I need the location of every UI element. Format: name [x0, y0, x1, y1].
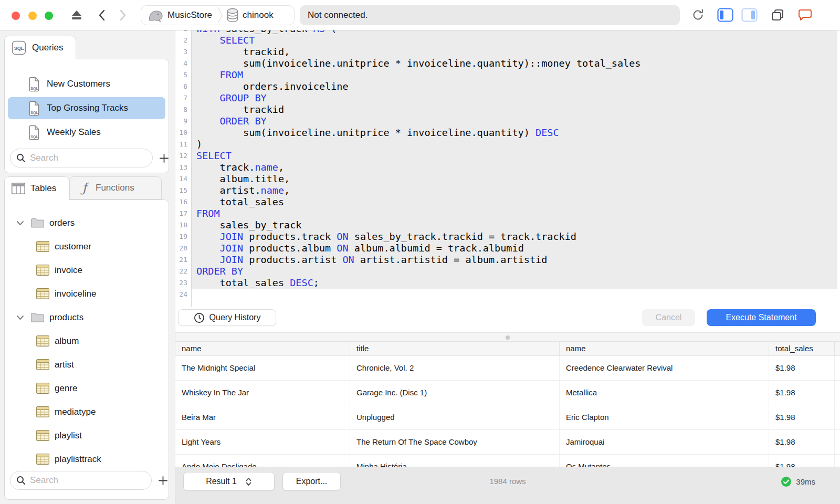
- result-cell[interactable]: Garage Inc. (Disc 1): [350, 381, 560, 405]
- column-header[interactable]: title: [350, 342, 560, 356]
- result-cell[interactable]: The Midnight Special: [175, 356, 350, 381]
- table-row[interactable]: genre: [5, 376, 169, 400]
- code-line[interactable]: 13 track.name,: [175, 162, 840, 173]
- code-line[interactable]: 4 sum(invoiceline.unitprice * invoicelin…: [175, 58, 840, 69]
- table-row[interactable]: album: [5, 329, 169, 353]
- feedback-chat-icon[interactable]: [797, 8, 813, 22]
- code-line[interactable]: 24: [175, 289, 840, 300]
- result-cell[interactable]: Jamiroquai: [560, 430, 769, 455]
- tab-queries[interactable]: SQL Queries: [4, 36, 76, 59]
- table-search[interactable]: [10, 471, 152, 490]
- splitter-handle[interactable]: [506, 335, 510, 340]
- breadcrumb-server[interactable]: MusicStore: [167, 10, 212, 20]
- result-selector[interactable]: Result 1: [183, 472, 275, 491]
- result-cell[interactable]: Minha História: [350, 455, 560, 467]
- splitter[interactable]: [175, 332, 840, 342]
- breadcrumb-database[interactable]: chinook: [243, 10, 274, 20]
- forward-button[interactable]: [119, 9, 127, 21]
- query-item[interactable]: SQLNew Customers: [8, 73, 165, 95]
- code-line[interactable]: 7 GROUP BY: [175, 92, 840, 104]
- query-search[interactable]: [10, 149, 153, 167]
- result-cell[interactable]: Creedence Clearwater Revival: [560, 356, 769, 381]
- table-row[interactable]: playlist: [5, 424, 169, 447]
- table-row[interactable]: playlisttrack: [5, 447, 169, 465]
- execute-statement-button[interactable]: Execute Statement: [707, 309, 816, 326]
- add-query-button[interactable]: [158, 152, 170, 164]
- minimize-window-button[interactable]: [28, 12, 37, 20]
- table-row[interactable]: customer: [5, 235, 169, 258]
- toggle-right-sidebar-icon[interactable]: [741, 8, 758, 22]
- column-header[interactable]: name: [175, 342, 350, 356]
- table-row[interactable]: artist: [5, 353, 169, 376]
- code-line[interactable]: 10 sum(invoiceline.unitprice * invoiceli…: [175, 127, 840, 139]
- result-cell[interactable]: Beira Mar: [175, 405, 350, 430]
- table-search-input[interactable]: [30, 475, 140, 486]
- chevron-down-icon[interactable]: [16, 220, 24, 226]
- result-cell[interactable]: Os Mutantes: [560, 455, 769, 467]
- chevron-down-icon[interactable]: [16, 315, 24, 320]
- result-row[interactable]: Ando Meio DesligadoMinha HistóriaOs Muta…: [175, 455, 840, 467]
- close-window-button[interactable]: [12, 12, 20, 20]
- code-line[interactable]: 18 sales_by_track: [175, 219, 840, 231]
- tab-functions[interactable]: ƒ Functions: [69, 176, 162, 200]
- result-cell[interactable]: Light Years: [175, 430, 350, 455]
- code-text: sales_by_track: [192, 219, 837, 231]
- result-cell[interactable]: $1.98: [769, 455, 835, 467]
- sql-editor[interactable]: 1WITH sales_by_track AS (2 SELECT3 track…: [175, 30, 840, 307]
- tab-tables[interactable]: Tables: [4, 176, 69, 200]
- table-row[interactable]: mediatype: [5, 400, 169, 424]
- result-cell[interactable]: $1.98: [769, 430, 835, 455]
- code-line[interactable]: 5 FROM: [175, 69, 840, 81]
- schema-folder-row[interactable]: products: [5, 306, 169, 329]
- code-line[interactable]: 15 artist.name,: [175, 185, 840, 196]
- table-row[interactable]: invoice: [5, 258, 169, 282]
- schema-folder-row[interactable]: orders: [5, 211, 169, 235]
- query-item[interactable]: SQLWeekly Sales: [8, 121, 165, 143]
- code-line[interactable]: 8 trackid: [175, 104, 840, 116]
- code-line[interactable]: 3 trackid,: [175, 46, 840, 58]
- eject-icon[interactable]: [70, 9, 83, 21]
- code-line[interactable]: 6 orders.invoiceline: [175, 81, 840, 92]
- result-row[interactable]: Beira MarUnpluggedEric Clapton$1.98: [175, 405, 840, 430]
- code-line[interactable]: 11): [175, 139, 840, 150]
- code-line[interactable]: 9 ORDER BY: [175, 116, 840, 127]
- windows-icon[interactable]: [770, 8, 785, 22]
- result-cell[interactable]: $1.98: [769, 356, 835, 381]
- result-cell[interactable]: Chronicle, Vol. 2: [350, 356, 560, 381]
- refresh-icon[interactable]: [691, 8, 705, 22]
- query-search-input[interactable]: [30, 153, 140, 163]
- result-cell[interactable]: $1.98: [769, 381, 835, 405]
- code-line[interactable]: 12SELECT: [175, 150, 840, 162]
- table-row[interactable]: invoiceline: [5, 282, 169, 306]
- result-cell[interactable]: Eric Clapton: [560, 405, 769, 430]
- code-line[interactable]: 22ORDER BY: [175, 266, 840, 277]
- result-cell[interactable]: $1.98: [769, 405, 835, 430]
- export-button[interactable]: Export...: [282, 472, 341, 491]
- query-history-button[interactable]: Query History: [178, 309, 276, 326]
- column-header[interactable]: name: [560, 342, 769, 356]
- result-cell[interactable]: Whiskey In The Jar: [175, 381, 350, 405]
- code-line[interactable]: 14 album.title,: [175, 173, 840, 185]
- code-line[interactable]: 19 JOIN products.track ON sales_by_track…: [175, 231, 840, 243]
- result-cell[interactable]: Unplugged: [350, 405, 560, 430]
- code-line[interactable]: 1WITH sales_by_track AS (: [175, 30, 840, 35]
- code-line[interactable]: 23 total_sales DESC;: [175, 277, 840, 289]
- cancel-button[interactable]: Cancel: [642, 309, 695, 326]
- column-header[interactable]: total_sales: [769, 342, 835, 356]
- query-item[interactable]: SQLTop Grossing Tracks: [8, 97, 165, 119]
- code-line[interactable]: 21 JOIN products.artist ON artist.artist…: [175, 254, 840, 266]
- code-line[interactable]: 17FROM: [175, 208, 840, 219]
- result-row[interactable]: The Midnight SpecialChronicle, Vol. 2Cre…: [175, 356, 840, 381]
- result-cell[interactable]: The Return Of The Space Cowboy: [350, 430, 560, 455]
- result-cell[interactable]: Metallica: [560, 381, 769, 405]
- code-line[interactable]: 16 total_sales: [175, 196, 840, 208]
- add-table-button[interactable]: [157, 475, 169, 486]
- result-row[interactable]: Whiskey In The JarGarage Inc. (Disc 1)Me…: [175, 381, 840, 405]
- result-cell[interactable]: Ando Meio Desligado: [175, 455, 350, 467]
- result-row[interactable]: Light YearsThe Return Of The Space Cowbo…: [175, 430, 840, 455]
- code-line[interactable]: 2 SELECT: [175, 35, 840, 46]
- code-line[interactable]: 20 JOIN products.album ON album.albumid …: [175, 243, 840, 254]
- zoom-window-button[interactable]: [45, 12, 53, 20]
- toggle-left-sidebar-icon[interactable]: [717, 8, 733, 22]
- back-button[interactable]: [98, 9, 106, 21]
